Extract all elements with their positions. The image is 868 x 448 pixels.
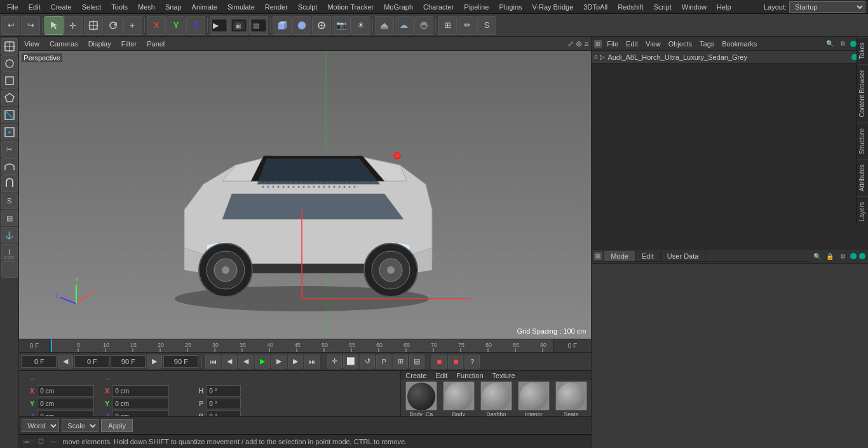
x-size-field[interactable] <box>112 385 169 397</box>
attr-settings-icon[interactable]: ⚙ <box>837 251 848 261</box>
material-create-btn[interactable]: Create <box>403 371 428 380</box>
status-close-icon[interactable]: ☐ <box>36 437 46 447</box>
add-object-button[interactable]: + <box>123 16 142 35</box>
sidebar-edge-btn[interactable] <box>1 107 18 123</box>
attr-tab-userdata[interactable]: User Data <box>661 251 706 261</box>
panel-search-icon[interactable]: 🔍 <box>825 39 835 49</box>
x-axis-button[interactable]: X <box>147 16 166 35</box>
menu-vray[interactable]: V-Ray Bridge <box>528 2 578 12</box>
sidebar-move-btn[interactable] <box>1 38 18 55</box>
paint-button[interactable]: ✏ <box>458 16 477 35</box>
attr-lock-icon[interactable]: 🔒 <box>825 251 835 261</box>
help-playback-btn[interactable]: ? <box>465 355 480 369</box>
menu-help[interactable]: Help <box>712 2 736 12</box>
menu-window[interactable]: Window <box>677 2 711 12</box>
move-viewport-btn[interactable]: ✛ <box>327 355 342 369</box>
go-end-btn[interactable]: ⏭ <box>304 355 320 369</box>
scale-dropdown[interactable]: Scale <box>62 419 98 432</box>
undo-button[interactable]: ↩ <box>1 16 20 35</box>
rotate-tool-button[interactable] <box>104 16 123 35</box>
sphere-primitive-button[interactable] <box>292 16 311 35</box>
material-item-seats[interactable]: Seats <box>553 381 588 416</box>
panel-tags-menu[interactable]: Tags <box>697 39 717 48</box>
record-btn[interactable]: ⏺ <box>431 355 447 369</box>
redo-button[interactable]: ↪ <box>21 16 40 35</box>
panel-bookmarks-menu[interactable]: Bookmarks <box>719 39 759 48</box>
floor-button[interactable] <box>375 16 394 35</box>
material-texture-btn[interactable]: Texture <box>491 371 517 380</box>
menu-mograph[interactable]: MoGraph <box>379 2 417 12</box>
viewport-menu-cameras[interactable]: Cameras <box>47 39 81 49</box>
material-item-interior[interactable]: Interior <box>516 381 551 416</box>
nodes-button[interactable]: ⊞ <box>438 16 457 35</box>
sidebar-rotate-btn[interactable] <box>1 55 18 72</box>
sky-button[interactable] <box>395 16 414 35</box>
viewport-container[interactable]: View Cameras Display Filter Panel ⤢ ⊕ ≡ <box>19 37 591 339</box>
attr-tab-edit[interactable]: Edit <box>635 251 661 261</box>
object-item-audi[interactable]: 0 ▷ Audi_A8L_Horch_Ultra_Luxury_Sedan_Gr… <box>592 51 868 64</box>
menu-character[interactable]: Character <box>419 2 458 12</box>
auto-key-btn[interactable]: ⏺ <box>448 355 463 369</box>
menu-motion-tracker[interactable]: Motion Tracker <box>323 2 378 12</box>
vtab-attributes[interactable]: Attributes <box>857 159 868 196</box>
next-frame-btn[interactable]: ▶ <box>288 355 303 369</box>
move-tool-button[interactable]: ✛ <box>64 16 83 35</box>
menu-3dtoall[interactable]: 3DToAll <box>579 2 612 12</box>
viewport-menu-filter[interactable]: Filter <box>119 39 139 49</box>
panel-edit-menu[interactable]: Edit <box>623 39 641 48</box>
next-arrow-btn[interactable]: ▶ <box>147 355 162 369</box>
sidebar-knife-btn[interactable]: ✂ <box>1 141 18 158</box>
hair-button[interactable]: S <box>477 16 496 35</box>
menu-redshift[interactable]: Redshift <box>613 2 648 12</box>
prev-frame-btn[interactable]: ◀ <box>222 355 237 369</box>
timeline-ruler[interactable]: 0 F 5 10 15 20 25 <box>19 339 591 353</box>
menu-sculpt[interactable]: Sculpt <box>294 2 322 12</box>
sidebar-polygon-btn[interactable] <box>1 90 18 106</box>
grid-viewport-btn[interactable]: ⊞ <box>393 355 408 369</box>
light-button[interactable]: ☀ <box>351 16 370 35</box>
vtab-structure[interactable]: Structure <box>857 123 868 160</box>
b-field[interactable] <box>206 411 241 416</box>
cube-primitive-button[interactable] <box>273 16 292 35</box>
render-view-button[interactable]: ▣ <box>229 16 248 35</box>
layout-dropdown[interactable]: Startup <box>789 1 865 13</box>
viewport-menu-view[interactable]: View <box>22 39 42 49</box>
select-tool-button[interactable] <box>44 16 64 35</box>
material-button[interactable] <box>414 16 433 35</box>
sidebar-scale-btn[interactable] <box>1 72 18 89</box>
end-frame-field2[interactable] <box>163 355 198 368</box>
viewport-menu-panel[interactable]: Panel <box>144 39 167 49</box>
vtab-layers[interactable]: Layers <box>857 196 868 226</box>
menu-animate[interactable]: Animate <box>187 2 222 12</box>
viewport-crosshair-icon[interactable]: ⊕ <box>576 39 582 48</box>
start-frame-field[interactable] <box>22 355 57 368</box>
null-object-button[interactable] <box>312 16 331 35</box>
rotate-viewport-btn[interactable]: ↺ <box>360 355 375 369</box>
material-edit-btn[interactable]: Edit <box>433 371 449 380</box>
panel-objects-menu[interactable]: Objects <box>666 39 695 48</box>
mode-viewport-btn[interactable]: ▤ <box>409 355 424 369</box>
vtab-takes[interactable]: Takes <box>857 37 868 64</box>
sidebar-magnet-btn[interactable] <box>1 175 18 192</box>
attr-search-icon[interactable]: 🔍 <box>812 251 822 261</box>
menu-mesh[interactable]: Mesh <box>133 2 159 12</box>
viewport-expand-icon[interactable]: ⤢ <box>567 39 574 48</box>
z-axis-button[interactable]: Z <box>186 16 205 35</box>
y-pos-field[interactable] <box>37 398 94 409</box>
go-start-btn[interactable]: ⏮ <box>205 355 220 369</box>
z-size-field[interactable] <box>112 411 169 416</box>
menu-render[interactable]: Render <box>261 2 292 12</box>
menu-file[interactable]: File <box>3 2 23 12</box>
panel-file-menu[interactable]: File <box>604 39 621 48</box>
render-active-button[interactable]: ▤ <box>249 16 268 35</box>
menu-create[interactable]: Create <box>46 2 76 12</box>
attr-tab-mode[interactable]: Mode <box>604 251 635 261</box>
apply-button[interactable]: Apply <box>101 419 133 432</box>
z-pos-field[interactable] <box>37 411 94 416</box>
menu-pipeline[interactable]: Pipeline <box>459 2 493 12</box>
status-min-icon[interactable]: — <box>48 437 58 447</box>
y-axis-button[interactable]: Y <box>166 16 186 35</box>
world-dropdown[interactable]: World <box>22 419 59 432</box>
viewport-options-icon[interactable]: ≡ <box>584 39 588 48</box>
y-size-field[interactable] <box>112 398 169 409</box>
